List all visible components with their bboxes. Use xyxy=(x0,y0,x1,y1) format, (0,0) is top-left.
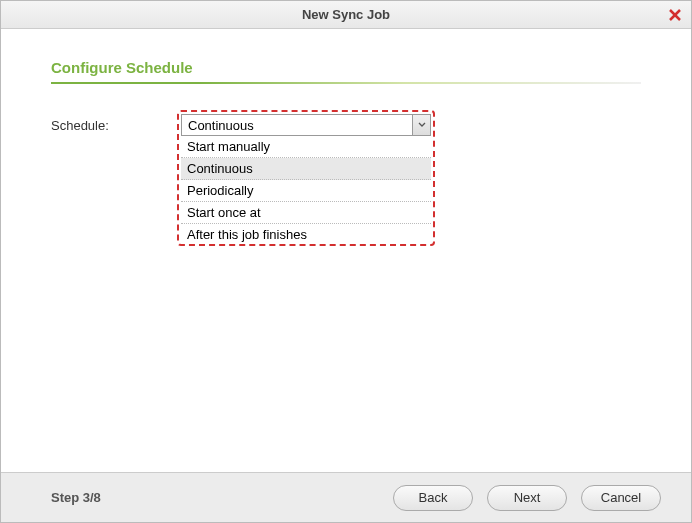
schedule-row: Schedule: Continuous Start manually Cont… xyxy=(51,114,641,136)
close-button[interactable] xyxy=(667,7,683,23)
back-button[interactable]: Back xyxy=(393,485,473,511)
section-divider xyxy=(51,82,641,84)
section-title: Configure Schedule xyxy=(51,59,641,76)
content-area: Configure Schedule Schedule: Continuous … xyxy=(1,29,691,472)
schedule-select-value: Continuous xyxy=(188,118,254,133)
schedule-select-wrapper: Continuous Start manually Continuous Per… xyxy=(181,114,431,136)
footer-buttons: Back Next Cancel xyxy=(393,485,661,511)
footer: Step 3/8 Back Next Cancel xyxy=(1,472,691,522)
dialog-title: New Sync Job xyxy=(302,7,390,22)
option-start-once-at[interactable]: Start once at xyxy=(181,202,431,224)
chevron-down-icon xyxy=(418,122,426,128)
titlebar: New Sync Job xyxy=(1,1,691,29)
dialog-window: New Sync Job Configure Schedule Schedule… xyxy=(0,0,692,523)
select-arrow[interactable] xyxy=(412,115,430,135)
schedule-select[interactable]: Continuous xyxy=(181,114,431,136)
schedule-label: Schedule: xyxy=(51,114,181,133)
step-indicator: Step 3/8 xyxy=(51,490,101,505)
option-periodically[interactable]: Periodically xyxy=(181,180,431,202)
close-icon xyxy=(668,8,682,22)
next-button[interactable]: Next xyxy=(487,485,567,511)
schedule-dropdown: Start manually Continuous Periodically S… xyxy=(181,136,431,245)
cancel-button[interactable]: Cancel xyxy=(581,485,661,511)
option-after-job-finishes[interactable]: After this job finishes xyxy=(181,224,431,245)
option-start-manually[interactable]: Start manually xyxy=(181,136,431,158)
option-continuous[interactable]: Continuous xyxy=(181,158,431,180)
